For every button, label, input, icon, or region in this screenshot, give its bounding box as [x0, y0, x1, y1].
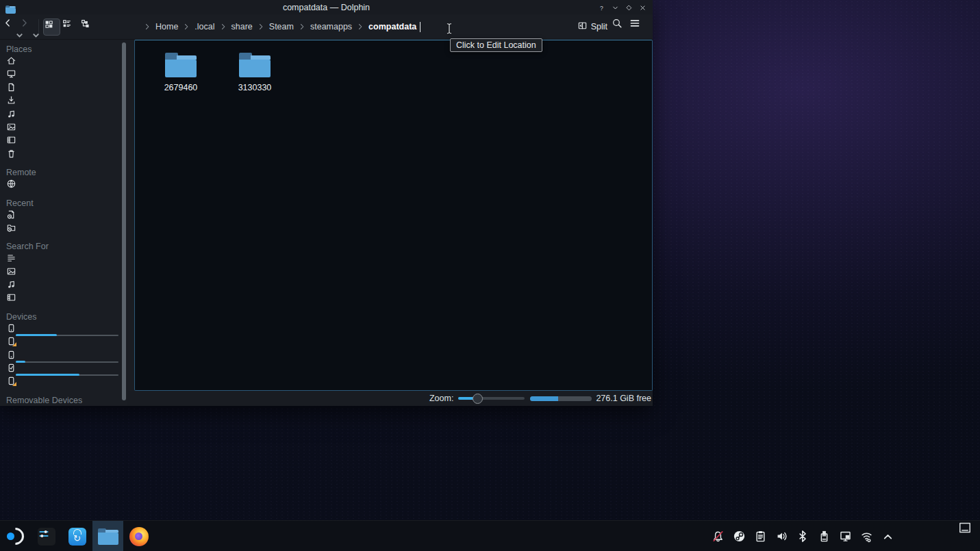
system-tray: [712, 521, 894, 551]
zoom-slider[interactable]: [458, 397, 525, 400]
section-recent: Recent: [6, 197, 127, 209]
steamos-launcher-icon: [6, 527, 25, 546]
sidebar-item-pictures[interactable]: Pictures: [6, 122, 127, 135]
sidebar-item-device-esp[interactable]: esp: [6, 336, 127, 349]
section-remote: Remote: [6, 166, 127, 179]
folder-name: 2679460: [164, 83, 198, 92]
network-globe-icon: [6, 179, 127, 192]
hamburger-icon: [629, 18, 647, 36]
search-button[interactable]: [612, 18, 629, 36]
compact-view-button[interactable]: [80, 18, 97, 36]
chevron-right-icon: [219, 23, 227, 31]
recent-folder-icon: [6, 222, 127, 235]
details-view-button[interactable]: [62, 18, 79, 36]
chevron-right-icon: [182, 23, 190, 31]
breadcrumb-compatdata[interactable]: compatdata: [366, 21, 418, 33]
minimize-button[interactable]: [612, 2, 623, 13]
sidebar-item-home[interactable]: Home: [6, 55, 127, 68]
free-space-text: 276.1 GiB free: [596, 394, 651, 403]
sidebar-item-device-efi[interactable]: efi: [6, 376, 127, 389]
sidebar-item-search-images[interactable]: Images: [6, 266, 127, 279]
notifications-muted-icon[interactable]: [712, 530, 725, 543]
free-space-bar: [530, 396, 592, 401]
desktop-background: compatdata — Dolphin ? Home: [0, 0, 980, 551]
split-label: Split: [591, 22, 607, 31]
search-icon: [612, 18, 629, 36]
icons-view-button[interactable]: [43, 18, 60, 36]
sidebar-item-trash[interactable]: Trash: [6, 149, 127, 162]
back-dropdown-icon[interactable]: [14, 30, 19, 35]
window-title: compatdata — Dolphin: [0, 3, 653, 12]
sidebar-item-downloads[interactable]: Downloads: [6, 95, 127, 108]
picture-icon: [6, 122, 127, 135]
volume-icon[interactable]: [775, 530, 788, 543]
section-places: Places: [6, 43, 127, 55]
video-icon: [6, 135, 127, 148]
sidebar-item-network[interactable]: Network: [6, 179, 127, 192]
help-button[interactable]: ?: [598, 2, 609, 13]
video-icon: [6, 292, 127, 305]
folder-item-3130330[interactable]: 3130330: [229, 53, 281, 92]
recent-file-icon: [6, 209, 127, 222]
sidebar-item-desktop[interactable]: Desktop: [6, 68, 127, 81]
sidebar-item-recent-locations[interactable]: Recent Locations: [6, 222, 127, 235]
zoom-label: Zoom:: [429, 394, 453, 403]
sidebar-item-device-rootfs[interactable]: rootfs: [6, 363, 127, 376]
wifi-icon[interactable]: [860, 530, 873, 543]
svg-text:?: ?: [600, 4, 603, 11]
dolphin-task-button[interactable]: [92, 521, 123, 551]
folder-name: 3130330: [238, 83, 272, 92]
hamburger-menu-button[interactable]: [629, 18, 647, 36]
folder-item-2679460[interactable]: 2679460: [155, 53, 207, 92]
breadcrumb[interactable]: Home .local share Steam steamapps compat…: [141, 21, 420, 33]
steam-tray-icon[interactable]: [733, 530, 746, 543]
sidebar-item-search-documents[interactable]: Documents: [6, 253, 127, 266]
document-icon: [6, 82, 127, 95]
taskbar: ↻: [0, 520, 980, 551]
folder-view[interactable]: 2679460 3130330: [134, 40, 653, 391]
titlebar[interactable]: compatdata — Dolphin ?: [0, 0, 653, 14]
sidebar-item-search-videos[interactable]: Videos: [6, 292, 127, 305]
sidebar-item-music[interactable]: Music: [6, 109, 127, 122]
section-removable-devices: Removable Devices: [6, 394, 127, 406]
ibeam-cursor: [444, 23, 454, 35]
harddrive-emblem-icon: [6, 376, 127, 389]
split-button[interactable]: Split: [573, 21, 612, 33]
location-tooltip: Click to Edit Location: [450, 38, 542, 52]
steamos-launcher-button[interactable]: [0, 521, 31, 551]
breadcrumb-steamapps[interactable]: steamapps: [308, 21, 354, 33]
split-icon: [577, 21, 588, 33]
expand-tray-icon[interactable]: [881, 530, 894, 543]
chevron-right-icon: [257, 23, 265, 31]
sidebar-item-videos[interactable]: Videos: [6, 135, 127, 148]
maximize-button[interactable]: [625, 2, 636, 13]
breadcrumb-local[interactable]: .local: [192, 21, 216, 33]
statusbar: Zoom: 276.1 GiB free: [127, 391, 653, 406]
firefox-button[interactable]: [123, 521, 154, 551]
sidebar-item-device-home[interactable]: home: [6, 323, 127, 336]
sidebar-scrollbar[interactable]: [122, 42, 126, 400]
zoom-slider-handle[interactable]: [473, 394, 483, 404]
back-button[interactable]: [3, 18, 19, 36]
quick-settings-button[interactable]: [31, 521, 62, 551]
download-icon: [6, 95, 127, 108]
forward-button[interactable]: [19, 18, 36, 36]
sidebar-item-documents[interactable]: Documents: [6, 82, 127, 95]
toolbar: Home .local share Steam steamapps compat…: [0, 14, 653, 40]
sidebar-item-device-var-b[interactable]: var-B: [6, 350, 127, 363]
breadcrumb-home[interactable]: Home: [153, 21, 180, 33]
show-desktop-button[interactable]: [958, 521, 979, 551]
breadcrumb-steam[interactable]: Steam: [267, 21, 296, 33]
clipboard-icon[interactable]: [754, 530, 767, 543]
sidebar-item-search-audio[interactable]: Audio: [6, 279, 127, 292]
sidebar-item-recent-files[interactable]: Recent Files: [6, 209, 127, 222]
firefox-icon: [129, 527, 149, 546]
breadcrumb-share[interactable]: share: [229, 21, 255, 33]
discover-store-button[interactable]: ↻: [62, 521, 92, 551]
folder-icon: [165, 53, 197, 77]
close-button[interactable]: [639, 2, 650, 13]
document-lines-icon: [6, 253, 127, 266]
removable-media-icon[interactable]: [818, 530, 831, 543]
bluetooth-icon[interactable]: [796, 530, 809, 543]
display-layout-icon[interactable]: [839, 530, 852, 543]
